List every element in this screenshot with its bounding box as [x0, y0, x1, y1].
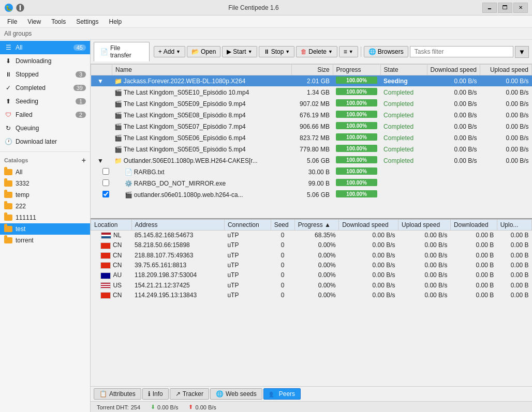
table-row[interactable]: 🎬 The Last Kingdom_S05E06_Episódio 6.mp4…: [91, 132, 532, 144]
sidebar-item-downloading[interactable]: ⬇ Downloading: [0, 54, 90, 68]
sidebar-item-completed[interactable]: ✓ Completed 39: [0, 81, 90, 95]
menu-view[interactable]: View: [22, 17, 46, 26]
file-checkbox[interactable]: [102, 191, 109, 197]
start-button[interactable]: ▶ Start ▼: [222, 46, 257, 57]
file-state: [380, 189, 427, 201]
table-row[interactable]: 🎬 The Last Kingdom_S05E10_Episódio 10.mp…: [91, 87, 532, 98]
folder-icon: [4, 203, 12, 209]
sidebar-item-all[interactable]: ☰ All 45: [0, 41, 90, 54]
pin-icon: [16, 3, 25, 12]
menu-file[interactable]: File: [2, 17, 22, 26]
catalog-test[interactable]: test: [0, 223, 90, 235]
menu-help[interactable]: Help: [104, 17, 127, 26]
tab-info[interactable]: ℹ Info: [142, 388, 169, 400]
delete-button[interactable]: 🗑 Delete ▼: [296, 46, 337, 57]
catalog-all[interactable]: All: [0, 166, 90, 178]
peers-panel[interactable]: Location Address Connection Seed Progres…: [91, 219, 532, 386]
download-speed-status: ⬇ 0.00 B/s: [151, 404, 178, 410]
catalog-111111[interactable]: 111111: [0, 212, 90, 223]
table-row[interactable]: 🎬 The Last Kingdom_S05E07_Episódio 7.mp4…: [91, 121, 532, 132]
peer-downloaded: 0.00 B: [450, 250, 497, 260]
peer-row[interactable]: CN39.75.65.161:8813uTP00.00%0.00 B/s0.00…: [91, 260, 532, 270]
expand-cell: [91, 144, 112, 155]
file-state: Completed: [380, 132, 427, 144]
maximize-button[interactable]: 🗖: [498, 3, 512, 13]
stop-button[interactable]: ⏸ Stop ▼: [259, 46, 295, 57]
catalog-temp[interactable]: temp: [0, 189, 90, 201]
upload-speed-status: ⬆ 0.00 B/s: [188, 404, 216, 410]
file-state: Completed: [380, 121, 427, 132]
catalog-222[interactable]: 222: [0, 201, 90, 212]
table-row[interactable]: ▼📁 Jackass.Forever.2022.WEB-DL.1080p.X26…: [91, 75, 532, 87]
minimize-button[interactable]: 🗕: [482, 3, 497, 13]
table-row[interactable]: ⚙️ RARBG_DO_NOT_MIRROR.exe99.00 B100.00%: [91, 178, 532, 189]
sidebar-badge-failed: 2: [76, 112, 86, 118]
peer-row[interactable]: NL85.145.82.168:54673uTP068.35%0.00 B/s0…: [91, 231, 532, 240]
open-button[interactable]: 📂 Open: [187, 46, 220, 57]
peer-row[interactable]: CN58.218.50.66:15898uTP00.00%0.00 B/s0.0…: [91, 240, 532, 250]
sidebar-item-seeding[interactable]: ⬆ Seeding 1: [0, 95, 90, 108]
peer-row[interactable]: US154.21.21.12:37425uTP00.00%0.00 B/s0.0…: [91, 280, 532, 290]
titlebar: 🐛 File Centipede 1.6 🗕 🗖 ✕: [0, 0, 532, 16]
close-button[interactable]: ✕: [513, 3, 528, 13]
table-row[interactable]: 🎬 The Last Kingdom_S05E05_Episódio 5.mp4…: [91, 144, 532, 155]
sidebar-item-download-later[interactable]: 🕐 Download later: [0, 135, 90, 148]
menu-settings[interactable]: Settings: [71, 17, 104, 26]
file-download-speed: 0.00 B/s: [427, 87, 480, 98]
file-state: Completed: [380, 110, 427, 121]
tasks-filter-input[interactable]: [410, 46, 513, 57]
collapse-icon[interactable]: ▼: [97, 157, 104, 164]
peer-connection: uTP: [224, 270, 271, 280]
app-logo-icon: 🐛: [4, 3, 13, 12]
sidebar-item-queuing[interactable]: ↻ Queuing: [0, 121, 90, 135]
peer-seed: 0: [271, 231, 294, 240]
peer-download-speed: 0.00 B/s: [339, 260, 398, 270]
tab-web-seeds[interactable]: 🌐 Web seeds: [210, 388, 262, 400]
col-downloaded: Downloaded: [450, 220, 497, 231]
file-size: 1.34 GB: [291, 87, 333, 98]
add-button[interactable]: + Add ▼: [154, 46, 185, 57]
stopped-icon: ⏸: [4, 70, 12, 79]
file-state: Completed: [380, 144, 427, 155]
file-name: 📁 Jackass.Forever.2022.WEB-DL.1080p.X264: [112, 75, 292, 87]
file-checkbox[interactable]: [102, 179, 109, 186]
browsers-button[interactable]: 🌐 Browsers: [364, 46, 408, 57]
tab-tracker[interactable]: ↗ Tracker: [170, 388, 209, 400]
file-name: 🎬 The Last Kingdom_S05E07_Episódio 7.mp4: [112, 121, 292, 132]
file-checkbox[interactable]: [102, 168, 109, 175]
file-state: Completed: [380, 87, 427, 98]
more-button[interactable]: ≡ ▼: [339, 46, 358, 57]
add-catalog-button[interactable]: +: [82, 156, 86, 164]
peer-location: CN: [91, 250, 132, 260]
table-row[interactable]: 📄 RARBG.txt30.00 B100.00%: [91, 166, 532, 178]
table-row[interactable]: ▼📁 Outlander.S06E01.1080p.WEB.H264-CAKES…: [91, 155, 532, 166]
catalog-torrent[interactable]: torrent: [0, 235, 90, 246]
peer-downloaded: 0.00 B: [450, 280, 497, 290]
peer-address: 114.249.195.13:13843: [131, 290, 224, 300]
filter-dropdown-button[interactable]: ▼: [515, 46, 529, 58]
expand-cell: ▼: [91, 155, 112, 166]
table-row[interactable]: 🎬 outlander.s06e01.1080p.web.h264-ca...5…: [91, 189, 532, 201]
download-arrow-icon: ⬇: [151, 404, 155, 410]
peer-location: NL: [91, 231, 132, 240]
tab-file-transfer[interactable]: 📄 File transfer: [94, 42, 150, 62]
sidebar-item-stopped[interactable]: ⏸ Stopped 3: [0, 68, 90, 81]
exe-icon: ⚙️: [125, 180, 134, 187]
col-expand: [91, 65, 112, 75]
table-row[interactable]: 🎬 The Last Kingdom_S05E09_Episódio 9.mp4…: [91, 98, 532, 110]
catalog-3332[interactable]: 3332: [0, 178, 90, 189]
peer-row[interactable]: CN114.249.195.13:13843uTP00.00%0.00 B/s0…: [91, 290, 532, 300]
peer-row[interactable]: CN218.88.107.75:49363uTP00.00%0.00 B/s0.…: [91, 250, 532, 260]
file-name: 🎬 The Last Kingdom_S05E08_Episódio 8.mp4: [112, 110, 292, 121]
table-row[interactable]: 🎬 The Last Kingdom_S05E08_Episódio 8.mp4…: [91, 110, 532, 121]
tab-attributes[interactable]: 📋 Attributes: [94, 388, 141, 400]
sidebar-item-failed[interactable]: 🛡 Failed 2: [0, 108, 90, 121]
stop-arrow-icon: ▼: [285, 49, 290, 54]
col-state: State: [380, 65, 427, 75]
file-list[interactable]: Name Size Progress State Download speed …: [91, 64, 532, 219]
menu-tools[interactable]: Tools: [46, 17, 71, 26]
tab-peers[interactable]: 👥 Peers: [263, 388, 301, 400]
file-name: 🎬 The Last Kingdom_S05E05_Episódio 5.mp4: [112, 144, 292, 155]
collapse-icon[interactable]: ▼: [97, 78, 104, 85]
peer-row[interactable]: AU118.209.198.37:53004uTP00.00%0.00 B/s0…: [91, 270, 532, 280]
